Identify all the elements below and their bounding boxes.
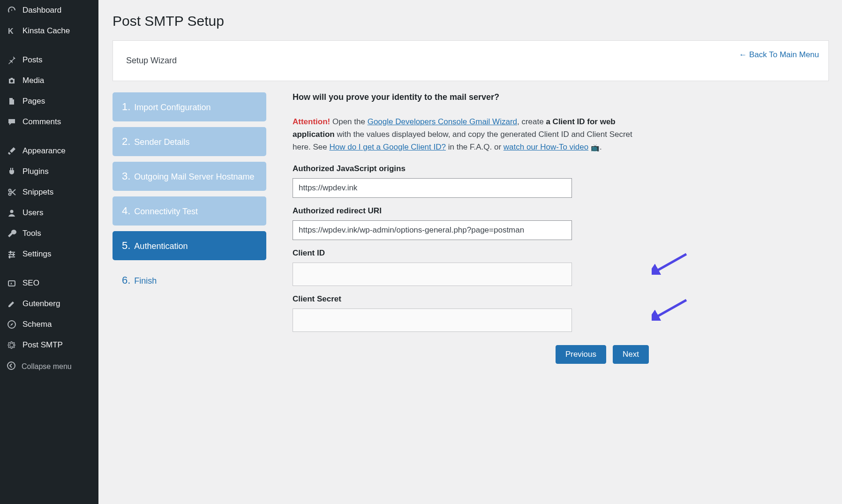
main-content: Post SMTP Setup ← Back To Main Menu Setu… — [98, 0, 842, 504]
sliders-icon — [7, 249, 17, 259]
js-origins-input[interactable] — [293, 178, 572, 198]
sidebar-item-users[interactable]: Users — [0, 203, 98, 223]
gear-icon — [7, 340, 17, 350]
sidebar-item-label: Media — [23, 76, 44, 85]
step-number: 4. — [122, 205, 130, 217]
howto-video-link[interactable]: watch our How-To video — [504, 143, 588, 151]
user-icon — [7, 208, 17, 218]
sidebar-item-label: Appearance — [23, 146, 66, 156]
annotation-arrow-icon — [652, 297, 689, 321]
svg-rect-6 — [13, 253, 14, 256]
wizard-form: How will you prove your identity to the … — [293, 92, 649, 364]
sidebar-item-label: Schema — [23, 320, 52, 329]
gauge-icon — [7, 6, 17, 15]
sidebar-item-label: Gutenberg — [23, 299, 60, 308]
tv-icon: 📺 — [591, 143, 600, 151]
wizard-step-connectivity-test[interactable]: 4.Connectivity Test — [113, 196, 266, 226]
wizard-steps: 1.Import Configuration2.Sender Details3.… — [113, 92, 266, 295]
client-id-label: Client ID — [293, 248, 649, 258]
seo-icon — [7, 278, 17, 288]
sidebar-item-plugins[interactable]: Plugins — [0, 161, 98, 182]
svg-line-12 — [656, 300, 686, 317]
brush-icon — [7, 146, 17, 156]
sidebar-item-kinsta-cache[interactable]: KKinsta Cache — [0, 21, 98, 41]
pin-icon — [7, 55, 17, 65]
wizard-step-outgoing-mail-server-hostname[interactable]: 3.Outgoing Mail Server Hostname — [113, 162, 266, 191]
attention-label: Attention! — [293, 117, 330, 126]
pen-icon — [7, 299, 17, 308]
sidebar-item-label: SEO — [23, 278, 39, 288]
wizard-nav-buttons: Previous Next — [293, 345, 649, 364]
sidebar-item-gutenberg[interactable]: Gutenberg — [0, 293, 98, 314]
admin-sidebar: DashboardKKinsta CachePostsMediaPagesCom… — [0, 0, 98, 504]
client-secret-label: Client Secret — [293, 294, 649, 304]
attention-paragraph: Attention! Open the Google Developers Co… — [293, 115, 649, 154]
plug-icon — [7, 167, 17, 176]
wizard-step-finish[interactable]: 6.Finish — [113, 266, 266, 295]
step-label: Outgoing Mail Server Hostname — [134, 172, 254, 182]
wizard-step-import-configuration[interactable]: 1.Import Configuration — [113, 92, 266, 121]
sidebar-item-tools[interactable]: Tools — [0, 223, 98, 244]
sidebar-item-label: Posts — [23, 55, 43, 65]
previous-button[interactable]: Previous — [556, 345, 606, 364]
sidebar-item-comments[interactable]: Comments — [0, 112, 98, 132]
sidebar-item-label: Tools — [23, 229, 41, 238]
sidebar-item-posts[interactable]: Posts — [0, 50, 98, 70]
page-title: Post SMTP Setup — [113, 13, 829, 29]
collapse-label: Collapse menu — [22, 362, 72, 371]
sidebar-item-label: Snippets — [23, 188, 53, 197]
step-label: Authentication — [134, 241, 188, 251]
step-label: Connectivity Test — [134, 207, 198, 217]
svg-point-4 — [10, 210, 14, 213]
js-origins-label: Authorized JavaScript origins — [293, 164, 649, 173]
sidebar-item-pages[interactable]: Pages — [0, 91, 98, 112]
wrench-icon — [7, 229, 17, 238]
sidebar-item-dashboard[interactable]: Dashboard — [0, 0, 98, 21]
back-arrow-icon: ← — [739, 50, 747, 59]
wizard-step-sender-details[interactable]: 2.Sender Details — [113, 127, 266, 156]
redirect-uri-input[interactable] — [293, 220, 572, 240]
step-number: 5. — [122, 240, 130, 252]
sidebar-item-label: Users — [23, 208, 43, 218]
step-number: 3. — [122, 170, 130, 182]
svg-rect-5 — [10, 251, 11, 254]
svg-point-10 — [8, 362, 15, 369]
sidebar-item-seo[interactable]: SEO — [0, 273, 98, 293]
form-heading: How will you prove your identity to the … — [293, 92, 649, 102]
wizard-header-panel: ← Back To Main Menu Setup Wizard — [113, 40, 829, 81]
client-id-input[interactable] — [293, 263, 572, 286]
k-icon: K — [7, 26, 17, 36]
collapse-menu-button[interactable]: Collapse menu — [0, 355, 98, 378]
step-number: 2. — [122, 135, 130, 148]
svg-rect-7 — [9, 256, 10, 258]
scissors-icon — [7, 188, 17, 197]
step-label: Import Configuration — [134, 103, 210, 113]
client-secret-input[interactable] — [293, 308, 572, 332]
sidebar-item-label: Dashboard — [23, 6, 61, 15]
collapse-icon — [7, 361, 16, 372]
sidebar-item-label: Comments — [23, 117, 61, 127]
step-label: Sender Details — [134, 137, 189, 147]
step-number: 6. — [122, 274, 130, 286]
step-number: 1. — [122, 101, 130, 113]
pages-icon — [7, 97, 17, 106]
sidebar-item-label: Plugins — [23, 167, 49, 176]
wizard-step-authentication[interactable]: 5.Authentication — [113, 231, 266, 260]
google-console-link[interactable]: Google Developers Console Gmail Wizard — [368, 117, 517, 126]
sidebar-item-schema[interactable]: Schema — [0, 314, 98, 335]
svg-text:K: K — [8, 27, 14, 35]
sidebar-item-appearance[interactable]: Appearance — [0, 141, 98, 161]
next-button[interactable]: Next — [613, 345, 649, 364]
sidebar-item-settings[interactable]: Settings — [0, 244, 98, 264]
redirect-uri-label: Authorized redirect URI — [293, 206, 649, 216]
sidebar-item-post-smtp[interactable]: Post SMTP — [0, 335, 98, 355]
faq-link[interactable]: How do I get a Google Client ID? — [329, 143, 446, 151]
sidebar-item-label: Post SMTP — [23, 340, 63, 350]
sidebar-item-label: Pages — [23, 97, 45, 106]
svg-point-1 — [10, 80, 13, 83]
svg-line-11 — [656, 254, 686, 271]
wizard-title: Setup Wizard — [126, 56, 815, 66]
sidebar-item-media[interactable]: Media — [0, 70, 98, 91]
back-to-main-link[interactable]: ← Back To Main Menu — [739, 50, 819, 60]
sidebar-item-snippets[interactable]: Snippets — [0, 182, 98, 203]
